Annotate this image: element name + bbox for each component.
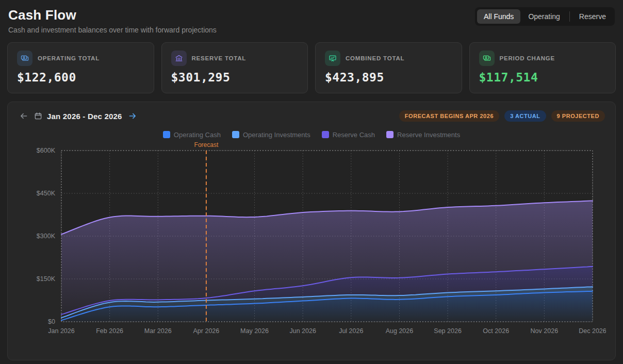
svg-text:$0: $0 [48,318,55,325]
svg-text:Sep 2026: Sep 2026 [434,327,462,335]
chart-panel: Jan 2026 - Dec 2026 FORECAST BEGINS APR … [7,102,616,360]
legend-item-reserve-investments: Reserve Investments [386,131,460,139]
banknotes-icon [17,51,32,66]
date-range-label: Jan 2026 - Dec 2026 [47,112,122,121]
banknotes-icon [479,51,495,66]
title-block: Cash Flow Cash and investment balances o… [8,7,217,34]
chart-area: $0$150K$300K$450K$600KJan 2026Feb 2026Ma… [18,140,605,344]
svg-text:Jul 2026: Jul 2026 [339,327,363,335]
card-value: $122,600 [17,71,144,84]
svg-text:Nov 2026: Nov 2026 [531,327,559,335]
bank-icon [171,51,187,66]
svg-text:Dec 2026: Dec 2026 [579,327,606,335]
tab-divider [569,11,570,22]
legend-item-operating-cash: Operating Cash [163,131,221,139]
page-subtitle: Cash and investment balances over time w… [8,26,217,34]
card-label: RESERVE TOTAL [192,55,247,61]
stacked-area-chart: $0$150K$300K$450K$600KJan 2026Feb 2026Ma… [18,140,606,342]
cash-flow-page: Cash Flow Cash and investment balances o… [0,0,623,364]
card-operating-total: OPERATING TOTAL $122,600 [7,42,154,93]
stat-cards-row: OPERATING TOTAL $122,600 RESERVE TOTAL $… [7,42,616,93]
card-value: $117,514 [479,71,606,84]
legend-swatch [232,131,239,138]
status-badges: FORECAST BEGINS APR 2026 3 ACTUAL 9 PROJ… [399,110,605,122]
card-label: PERIOD CHANGE [500,55,555,61]
projected-count-badge: 9 PROJECTED [551,110,605,122]
prev-period-button[interactable] [18,110,29,122]
svg-text:Feb 2026: Feb 2026 [96,327,123,335]
svg-text:$600K: $600K [37,147,56,154]
svg-text:Apr 2026: Apr 2026 [193,327,220,335]
svg-text:Jan 2026: Jan 2026 [48,327,74,335]
svg-text:May 2026: May 2026 [240,327,269,335]
actual-count-badge: 3 ACTUAL [504,110,546,122]
calendar-icon [34,112,42,120]
legend-swatch [386,131,394,138]
card-value: $423,895 [325,71,452,84]
svg-text:Mar 2026: Mar 2026 [144,327,172,335]
card-label: OPERATING TOTAL [38,55,100,61]
card-combined-total: COMBINED TOTAL $423,895 [315,42,462,93]
top-bar: Cash Flow Cash and investment balances o… [7,7,616,34]
fund-filter-tabs: All Funds Operating Reserve [475,7,615,26]
svg-text:$150K: $150K [37,275,56,283]
arrow-right-icon [128,111,137,121]
trend-chart-icon [325,51,340,66]
svg-text:$450K: $450K [37,190,56,197]
chart-header: Jan 2026 - Dec 2026 FORECAST BEGINS APR … [18,110,605,122]
svg-text:Oct 2026: Oct 2026 [483,327,509,335]
legend-swatch [163,131,170,138]
card-reserve-total: RESERVE TOTAL $301,295 [161,42,308,93]
svg-text:$300K: $300K [37,233,56,240]
card-value: $301,295 [171,71,299,84]
legend-item-operating-investments: Operating Investments [232,131,310,139]
next-period-button[interactable] [127,110,138,122]
tab-all-funds[interactable]: All Funds [477,9,520,24]
forecast-begins-badge: FORECAST BEGINS APR 2026 [399,110,499,122]
tab-operating[interactable]: Operating [521,9,566,24]
legend-item-reserve-cash: Reserve Cash [322,131,375,139]
tab-reserve[interactable]: Reserve [572,9,613,24]
forecast-label: Forecast [194,141,219,148]
svg-text:Aug 2026: Aug 2026 [386,327,414,335]
legend-swatch [322,131,329,138]
date-range-nav: Jan 2026 - Dec 2026 [18,110,138,122]
card-period-change: PERIOD CHANGE $117,514 [469,42,616,93]
chart-legend: Operating Cash Operating Investments Res… [18,130,605,139]
page-title: Cash Flow [8,7,217,23]
arrow-left-icon [19,111,28,121]
svg-text:Jun 2026: Jun 2026 [289,327,316,335]
card-label: COMBINED TOTAL [346,55,404,61]
